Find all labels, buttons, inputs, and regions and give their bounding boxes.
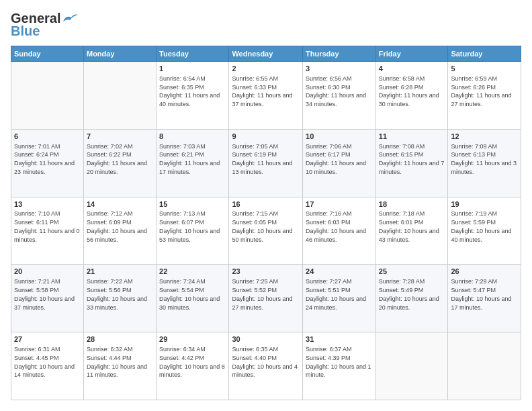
header: General Blue [11,11,521,39]
day-info: Sunrise: 6:34 AM Sunset: 4:42 PM Dayligh… [159,346,225,378]
day-info: Sunrise: 7:25 AM Sunset: 5:52 PM Dayligh… [232,278,292,310]
day-info: Sunrise: 7:24 AM Sunset: 5:54 PM Dayligh… [159,278,220,310]
day-number: 21 [87,267,153,277]
day-number: 9 [232,132,300,142]
day-info: Sunrise: 6:35 AM Sunset: 4:40 PM Dayligh… [232,346,298,378]
calendar-header-sunday: Sunday [11,46,84,62]
day-number: 25 [379,267,445,277]
day-number: 1 [159,64,226,74]
day-info: Sunrise: 6:31 AM Sunset: 4:45 PM Dayligh… [14,346,75,378]
day-info: Sunrise: 7:27 AM Sunset: 5:51 PM Dayligh… [306,278,366,310]
calendar-week-row: 27Sunrise: 6:31 AM Sunset: 4:45 PM Dayli… [11,332,521,400]
day-info: Sunrise: 7:05 AM Sunset: 6:19 PM Dayligh… [232,143,292,175]
day-info: Sunrise: 6:59 AM Sunset: 6:26 PM Dayligh… [451,75,511,107]
calendar-header-row: SundayMondayTuesdayWednesdayThursdayFrid… [11,46,521,62]
day-number: 8 [159,132,226,142]
day-number: 10 [306,132,373,142]
day-number: 11 [379,132,445,142]
day-number: 5 [451,64,518,74]
day-info: Sunrise: 7:28 AM Sunset: 5:49 PM Dayligh… [379,278,439,310]
calendar-cell: 1Sunrise: 6:54 AM Sunset: 6:35 PM Daylig… [157,62,229,130]
day-info: Sunrise: 7:22 AM Sunset: 5:56 PM Dayligh… [87,278,147,310]
day-number: 24 [306,267,373,277]
calendar-cell: 4Sunrise: 6:58 AM Sunset: 6:28 PM Daylig… [375,62,448,130]
calendar-header-saturday: Saturday [448,46,521,62]
day-number: 31 [306,334,373,345]
calendar-header-thursday: Thursday [303,46,376,62]
day-number: 2 [232,64,300,74]
day-info: Sunrise: 7:16 AM Sunset: 6:03 PM Dayligh… [306,210,366,242]
calendar-cell: 21Sunrise: 7:22 AM Sunset: 5:56 PM Dayli… [83,265,156,332]
calendar-cell: 13Sunrise: 7:10 AM Sunset: 6:11 PM Dayli… [11,197,84,265]
day-number: 6 [14,132,81,142]
calendar-header-friday: Friday [375,46,448,62]
calendar-header-monday: Monday [83,46,156,62]
day-number: 28 [87,334,153,345]
calendar-cell: 31Sunrise: 6:37 AM Sunset: 4:39 PM Dayli… [303,332,376,400]
day-number: 12 [451,132,518,142]
day-info: Sunrise: 7:10 AM Sunset: 6:11 PM Dayligh… [14,210,80,242]
calendar-cell: 7Sunrise: 7:02 AM Sunset: 6:22 PM Daylig… [83,129,156,197]
calendar-cell [11,62,84,130]
day-info: Sunrise: 6:55 AM Sunset: 6:33 PM Dayligh… [232,75,292,107]
day-number: 23 [232,267,300,277]
day-number: 30 [232,334,300,345]
day-info: Sunrise: 7:06 AM Sunset: 6:17 PM Dayligh… [306,143,366,175]
calendar-cell: 22Sunrise: 7:24 AM Sunset: 5:54 PM Dayli… [157,265,229,332]
day-info: Sunrise: 7:21 AM Sunset: 5:58 PM Dayligh… [14,278,75,310]
calendar-cell: 20Sunrise: 7:21 AM Sunset: 5:58 PM Dayli… [11,265,84,332]
day-info: Sunrise: 7:18 AM Sunset: 6:01 PM Dayligh… [379,210,439,242]
calendar-cell: 27Sunrise: 6:31 AM Sunset: 4:45 PM Dayli… [11,332,84,400]
day-number: 3 [306,64,373,74]
logo: General Blue [11,11,79,39]
day-number: 14 [87,199,153,210]
calendar-cell: 17Sunrise: 7:16 AM Sunset: 6:03 PM Dayli… [303,197,376,265]
day-info: Sunrise: 7:13 AM Sunset: 6:07 PM Dayligh… [159,210,220,242]
day-info: Sunrise: 7:09 AM Sunset: 6:13 PM Dayligh… [451,143,517,175]
day-number: 20 [14,267,81,277]
day-number: 13 [14,199,81,210]
calendar-cell: 9Sunrise: 7:05 AM Sunset: 6:19 PM Daylig… [229,129,303,197]
day-number: 16 [232,199,300,210]
calendar-cell: 10Sunrise: 7:06 AM Sunset: 6:17 PM Dayli… [303,129,376,197]
day-info: Sunrise: 7:02 AM Sunset: 6:22 PM Dayligh… [87,143,147,175]
calendar-week-row: 6Sunrise: 7:01 AM Sunset: 6:24 PM Daylig… [11,129,521,197]
logo-bird-icon [60,12,79,26]
day-info: Sunrise: 7:12 AM Sunset: 6:09 PM Dayligh… [87,210,147,242]
calendar-table: SundayMondayTuesdayWednesdayThursdayFrid… [11,46,521,400]
calendar-cell: 5Sunrise: 6:59 AM Sunset: 6:26 PM Daylig… [448,62,521,130]
day-number: 7 [87,132,153,142]
calendar-cell: 23Sunrise: 7:25 AM Sunset: 5:52 PM Dayli… [229,265,303,332]
calendar-cell: 16Sunrise: 7:15 AM Sunset: 6:05 PM Dayli… [229,197,303,265]
calendar-cell [375,332,448,400]
calendar-header-wednesday: Wednesday [229,46,303,62]
day-number: 22 [159,267,226,277]
day-info: Sunrise: 6:58 AM Sunset: 6:28 PM Dayligh… [379,75,439,107]
day-number: 17 [306,199,373,210]
calendar-cell: 18Sunrise: 7:18 AM Sunset: 6:01 PM Dayli… [375,197,448,265]
calendar-week-row: 13Sunrise: 7:10 AM Sunset: 6:11 PM Dayli… [11,197,521,265]
calendar-cell: 6Sunrise: 7:01 AM Sunset: 6:24 PM Daylig… [11,129,84,197]
calendar-cell: 30Sunrise: 6:35 AM Sunset: 4:40 PM Dayli… [229,332,303,400]
calendar-cell: 14Sunrise: 7:12 AM Sunset: 6:09 PM Dayli… [83,197,156,265]
day-number: 29 [159,334,226,345]
day-info: Sunrise: 6:54 AM Sunset: 6:35 PM Dayligh… [159,75,220,107]
calendar-header-tuesday: Tuesday [157,46,229,62]
calendar-week-row: 20Sunrise: 7:21 AM Sunset: 5:58 PM Dayli… [11,265,521,332]
calendar-cell: 8Sunrise: 7:03 AM Sunset: 6:21 PM Daylig… [157,129,229,197]
day-info: Sunrise: 7:19 AM Sunset: 5:59 PM Dayligh… [451,210,511,242]
day-info: Sunrise: 6:37 AM Sunset: 4:39 PM Dayligh… [306,346,371,378]
day-number: 4 [379,64,445,74]
day-number: 18 [379,199,445,210]
calendar-cell: 26Sunrise: 7:29 AM Sunset: 5:47 PM Dayli… [448,265,521,332]
page: General Blue SundayMondayTuesdayWednesda… [0,0,532,411]
calendar-cell: 2Sunrise: 6:55 AM Sunset: 6:33 PM Daylig… [229,62,303,130]
day-info: Sunrise: 7:15 AM Sunset: 6:05 PM Dayligh… [232,210,292,242]
day-number: 19 [451,199,518,210]
calendar-week-row: 1Sunrise: 6:54 AM Sunset: 6:35 PM Daylig… [11,62,521,130]
calendar-cell [448,332,521,400]
day-number: 27 [14,334,81,345]
calendar-cell: 3Sunrise: 6:56 AM Sunset: 6:30 PM Daylig… [303,62,376,130]
day-number: 15 [159,199,226,210]
calendar-cell: 11Sunrise: 7:08 AM Sunset: 6:15 PM Dayli… [375,129,448,197]
